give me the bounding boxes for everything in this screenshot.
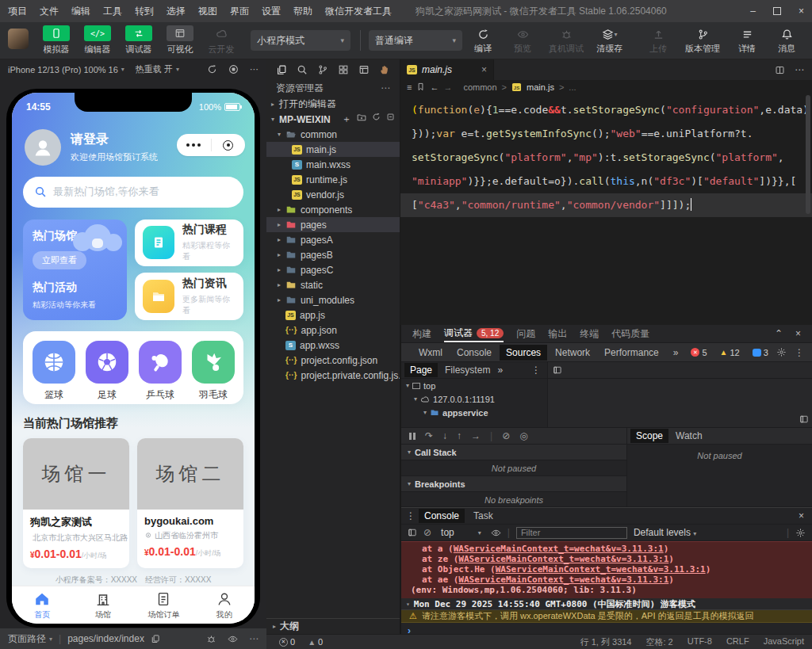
capsule-button[interactable] <box>177 134 245 156</box>
simulator-toggle-button[interactable]: 模拟器 <box>36 25 76 55</box>
language-mode[interactable]: JavaScript <box>764 636 804 648</box>
clear-cache-button[interactable]: ▾ 清缓存 <box>591 25 629 55</box>
visualization-toggle-button[interactable]: 可视化 <box>160 25 200 55</box>
outline-list-icon[interactable]: ≡ <box>407 82 412 92</box>
warning-count[interactable]: ▲12 <box>720 348 740 357</box>
menu-goto[interactable]: 转到 <box>135 5 154 18</box>
deactivate-breakpoints-icon[interactable]: ⊘ <box>502 430 510 441</box>
drawer-tab-console[interactable]: Console <box>419 509 465 523</box>
venue-card-2[interactable]: 场馆二 bygoukai.com 山西省临汾霍州市 ¥0.01-0.01/小时/… <box>137 438 243 568</box>
console-timestamp-row[interactable]: ▾Mon Dec 29 2025 14:55:40 GMT+0800 (中国标准… <box>401 598 812 610</box>
devtools-menu-icon[interactable]: ⋮ <box>795 347 804 358</box>
crumb-common[interactable]: common <box>463 82 496 92</box>
drawer-close-icon[interactable]: × <box>799 510 807 521</box>
window-layout-icon[interactable] <box>358 64 370 75</box>
plugin-hand-icon[interactable] <box>379 64 390 75</box>
minimize-button[interactable]: – <box>750 6 756 17</box>
console-sidebar-icon[interactable] <box>408 528 417 537</box>
step-icon[interactable]: → <box>471 430 481 441</box>
sim-more-icon[interactable]: ⋯ <box>250 64 259 74</box>
error-count[interactable]: ✕5 <box>691 348 707 357</box>
search-icon[interactable] <box>297 64 308 75</box>
sources-more-tabs-icon[interactable]: » <box>497 365 503 376</box>
hot-activity-block[interactable]: 热门活动 精彩活动等你来看 <box>33 281 117 311</box>
menu-settings[interactable]: 设置 <box>262 5 281 18</box>
tab-venues[interactable]: 场馆 <box>73 586 134 624</box>
tree-file-project-config[interactable]: {··}project.config.json <box>266 353 400 368</box>
sources-tab-filesystem[interactable]: Filesystem <box>439 363 496 377</box>
menu-interface[interactable]: 界面 <box>230 5 249 18</box>
pagebar-eye-icon[interactable] <box>228 634 238 644</box>
open-editors-section[interactable]: ▸打开的编辑器 <box>266 97 400 112</box>
user-avatar[interactable] <box>8 29 29 49</box>
version-control-button[interactable]: 版本管理 <box>679 25 726 55</box>
extensions-icon[interactable] <box>338 64 349 75</box>
menu-tools[interactable]: 工具 <box>103 5 122 18</box>
tree-file-app-json[interactable]: {··}app.json <box>266 323 400 338</box>
tree-file-main-js[interactable]: JSmain.js <box>266 142 400 157</box>
tab-watch[interactable]: Watch <box>670 429 708 443</box>
maximize-button[interactable] <box>773 7 781 15</box>
menu-help[interactable]: 帮助 <box>293 5 312 18</box>
tree-folder-pagesC[interactable]: ▸pagesC <box>266 262 400 277</box>
capsule-more-icon[interactable] <box>177 143 211 147</box>
mode-select[interactable]: 小程序模式▾ <box>251 30 350 51</box>
explorer-more-icon[interactable]: ⋯ <box>381 82 390 94</box>
search-bar[interactable]: 最新热门场馆,等你来看 <box>23 177 243 208</box>
clear-console-icon[interactable]: ⊘ <box>423 527 431 538</box>
tree-file-runtime-js[interactable]: JSruntime.js <box>266 172 400 187</box>
tree-file-main-wxss[interactable]: Smain.wxss <box>266 157 400 172</box>
messages-button[interactable]: 消息 <box>768 25 806 55</box>
editor-scrollbar[interactable] <box>806 95 810 214</box>
encoding[interactable]: UTF-8 <box>688 636 712 648</box>
files-icon[interactable] <box>276 64 287 75</box>
tree-folder-pagesA[interactable]: ▸pagesA <box>266 232 400 247</box>
hide-navigator-icon[interactable] <box>553 365 562 375</box>
new-file-icon[interactable]: ＋ <box>342 113 351 126</box>
page-path-value[interactable]: pages/index/index <box>67 633 144 644</box>
more-tabs-icon[interactable]: » <box>667 345 685 361</box>
console-eye-icon[interactable] <box>491 528 501 538</box>
step-out-icon[interactable]: ↑ <box>457 430 462 441</box>
stack-link[interactable]: WAServiceMainContext_t=wechat&v=3.11.3:1 <box>458 554 668 564</box>
tree-file-project-private-config[interactable]: {··}project.private.config.js... <box>266 368 400 383</box>
sources-menu-icon[interactable]: ⋮ <box>531 365 544 376</box>
tree-folder-uni-modules[interactable]: ▸uni_modules <box>266 292 400 307</box>
editor-toggle-button[interactable]: </> 编辑器 <box>78 25 117 55</box>
pause-icon[interactable] <box>409 433 416 440</box>
split-editor-icon[interactable] <box>775 65 785 75</box>
compile-mode-select[interactable]: 普通编译▾ <box>369 30 462 51</box>
tab-debugger[interactable]: 调试器5, 12 <box>444 325 504 342</box>
device-select[interactable]: iPhone 12/13 (Pro) 100% 16▾ <box>8 65 124 74</box>
step-into-icon[interactable]: ↓ <box>442 430 447 441</box>
stack-link[interactable]: WAServiceMainContext_t=wechat&v=3.11.3:1 <box>496 564 706 575</box>
drawer-menu-icon[interactable]: ⋮ <box>406 510 416 521</box>
tab-orders[interactable]: 场馆订单 <box>133 586 194 624</box>
login-title[interactable]: 请登录 <box>71 132 158 148</box>
compile-button[interactable]: 编译 <box>464 25 502 55</box>
show-drawer-icon[interactable] <box>799 414 809 424</box>
menu-view[interactable]: 视图 <box>198 5 217 18</box>
page-path-select[interactable]: 页面路径▾ <box>8 632 52 646</box>
tab-terminal[interactable]: 终端 <box>580 327 599 341</box>
project-root[interactable]: ▾MP-WEIXIN ＋ <box>266 112 400 127</box>
tab-home[interactable]: 首页 <box>12 586 73 624</box>
problems-errors[interactable]: ✕0 <box>279 637 295 647</box>
tab-main-js[interactable]: JS main.js × <box>400 59 494 80</box>
close-tab-icon[interactable]: × <box>481 64 487 75</box>
sim-stop-icon[interactable] <box>228 64 239 74</box>
tab-output[interactable]: 输出 <box>548 327 567 341</box>
pause-on-exceptions-icon[interactable]: ◎ <box>519 430 527 441</box>
tab-console[interactable]: Console <box>450 345 498 361</box>
category-badminton[interactable]: 羽毛球 <box>192 341 235 397</box>
pagebar-bug-icon[interactable] <box>206 634 216 644</box>
menu-edit[interactable]: 编辑 <box>71 5 90 18</box>
sim-refresh-icon[interactable] <box>207 64 217 74</box>
console-settings-icon[interactable] <box>795 528 806 538</box>
tree-folder-components[interactable]: ▸components <box>266 202 400 217</box>
devtools-settings-icon[interactable] <box>776 347 787 357</box>
tree-folder-pages[interactable]: ▸pages <box>266 217 400 232</box>
crumb-symbol[interactable]: ... <box>569 82 576 92</box>
close-button[interactable]: × <box>799 6 804 17</box>
tree-file-app-wxss[interactable]: Sapp.wxss <box>266 338 400 353</box>
